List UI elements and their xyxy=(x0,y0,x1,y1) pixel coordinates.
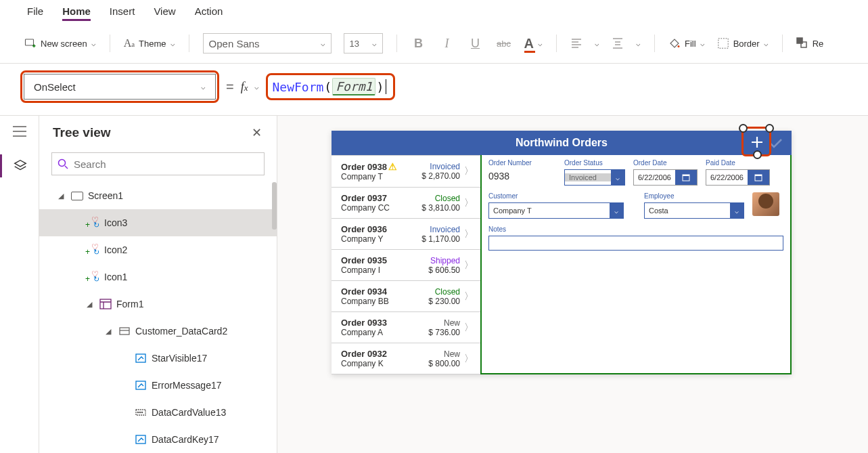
svg-point-5 xyxy=(59,160,66,167)
svg-rect-0 xyxy=(26,39,34,45)
chevron-down-icon: ⌵ xyxy=(170,39,175,48)
bold-button[interactable]: B xyxy=(411,37,427,51)
close-icon[interactable]: ✕ xyxy=(252,125,262,140)
order-row[interactable]: Order 0935Company IShipped$ 606.50〉 xyxy=(332,250,480,281)
chevron-down-icon: ⌵ xyxy=(538,39,543,48)
treeview-rail-button[interactable] xyxy=(0,154,39,177)
status-label: Order Status xyxy=(564,159,625,167)
italic-button[interactable]: I xyxy=(439,37,455,51)
align-icon[interactable] xyxy=(570,37,583,49)
svg-point-11 xyxy=(137,412,138,412)
notes-label: Notes xyxy=(488,225,783,233)
chevron-down-icon: ⌵ xyxy=(321,39,325,48)
scrollbar-thumb[interactable] xyxy=(272,182,277,230)
tree-item-value[interactable]: DataCardValue13 xyxy=(39,399,277,426)
chevron-down-icon: ⌵ xyxy=(595,39,599,48)
check-icon[interactable] xyxy=(769,136,783,154)
tree-item-form1[interactable]: ◢ Form1 xyxy=(39,290,277,318)
order-row[interactable]: Order 0934Company BBClosed$ 230.00〉 xyxy=(332,281,480,312)
menu-insert[interactable]: Insert xyxy=(110,5,135,21)
chevron-down-icon: ⌵ xyxy=(730,203,744,218)
valign-icon[interactable] xyxy=(612,37,624,49)
order-form: Order Number 0938 Order Status Invoiced … xyxy=(480,155,792,374)
theme-icon: Aa xyxy=(124,37,135,49)
datacard-icon xyxy=(118,326,131,337)
order-row[interactable]: Order 0936Company YInvoiced$ 1,170.00〉 xyxy=(332,219,480,250)
control-icon: ♡+↻ xyxy=(87,244,100,255)
fontcolor-button[interactable]: A ⌵ xyxy=(524,36,543,51)
order-row[interactable]: Order 0933Company ANew$ 736.00〉 xyxy=(332,312,480,343)
menu-file[interactable]: File xyxy=(27,5,43,21)
fx-label: fx xyxy=(241,80,248,94)
menu-bar: File Home Insert View Action xyxy=(0,0,868,25)
svg-rect-9 xyxy=(136,381,145,389)
chevron-down-icon[interactable]: ⌵ xyxy=(254,83,259,91)
svg-rect-2 xyxy=(718,39,727,48)
customer-dropdown[interactable]: Company T ⌵ xyxy=(488,202,624,219)
chevron-right-icon: 〉 xyxy=(460,353,474,365)
fontsize-selector[interactable]: 13 ⌵ xyxy=(344,33,383,53)
svg-point-13 xyxy=(141,412,142,412)
left-rail xyxy=(0,116,39,453)
ordernum-value: 0938 xyxy=(488,169,556,181)
tree-item-star[interactable]: StarVisible17 xyxy=(39,345,277,372)
svg-rect-14 xyxy=(136,435,145,444)
status-dropdown[interactable]: Invoiced ⌵ xyxy=(564,169,625,186)
formula-input[interactable]: NewForm( Form1 ) xyxy=(272,78,386,95)
theme-button[interactable]: Aa Theme ⌵ xyxy=(124,37,175,49)
chevron-down-icon: ⌵ xyxy=(700,39,705,48)
form-icon xyxy=(99,299,112,309)
tree: ◢ Screen1 ♡+↻ Icon3 ♡+↻ Icon2 ♡+↻ Icon1 … xyxy=(39,182,277,453)
property-selector[interactable]: OnSelect ⌵ xyxy=(24,74,216,100)
app-preview: Northwind Orders Order 0938⚠Company TInv… xyxy=(332,131,792,374)
calendar-icon xyxy=(748,170,769,185)
order-row[interactable]: Order 0938⚠Company TInvoiced$ 2,870.00〉 xyxy=(332,155,480,188)
orderdate-picker[interactable]: 6/22/2006 xyxy=(633,169,698,186)
menu-home[interactable]: Home xyxy=(62,5,91,21)
edit-icon xyxy=(134,380,147,391)
bucket-icon xyxy=(668,37,681,49)
tree-search[interactable] xyxy=(51,152,265,175)
menu-view[interactable]: View xyxy=(154,5,175,21)
border-button[interactable]: Border ⌵ xyxy=(717,37,769,49)
new-screen-button[interactable]: New screen ⌵ xyxy=(24,37,96,49)
chevron-down-icon: ⌵ xyxy=(372,39,377,48)
ordernum-label: Order Number xyxy=(488,159,556,167)
tree-item-datacard[interactable]: ◢ Customer_DataCard2 xyxy=(39,318,277,345)
paiddate-label: Paid Date xyxy=(706,159,770,167)
employee-dropdown[interactable]: Costa ⌵ xyxy=(644,202,744,219)
order-row[interactable]: Order 0932Company KNew$ 800.00〉 xyxy=(332,343,480,374)
font-selector[interactable]: Open Sans ⌵ xyxy=(203,33,332,53)
svg-rect-3 xyxy=(797,38,802,43)
svg-rect-8 xyxy=(136,354,145,362)
chevron-right-icon: 〉 xyxy=(460,322,474,334)
strike-button[interactable]: abc xyxy=(496,39,512,49)
tree-item-screen[interactable]: ◢ Screen1 xyxy=(39,182,277,209)
notes-input[interactable] xyxy=(488,236,783,251)
add-icon[interactable] xyxy=(750,135,764,152)
tree-item-error[interactable]: ErrorMessage17 xyxy=(39,372,277,399)
tree-search-input[interactable] xyxy=(74,158,258,170)
tree-view-title: Tree view xyxy=(53,125,111,140)
menu-action[interactable]: Action xyxy=(195,5,223,21)
hamburger-icon[interactable] xyxy=(12,125,27,139)
order-gallery[interactable]: Order 0938⚠Company TInvoiced$ 2,870.00〉O… xyxy=(332,155,480,374)
reorder-button[interactable]: Re xyxy=(796,37,824,49)
chevron-right-icon: 〉 xyxy=(460,290,474,303)
chevron-right-icon: 〉 xyxy=(460,165,474,177)
edit-icon xyxy=(134,353,147,364)
tree-item-icon1[interactable]: ♡+↻ Icon1 xyxy=(39,263,277,290)
tree-item-icon3[interactable]: ♡+↻ Icon3 xyxy=(39,209,277,236)
tree-item-key[interactable]: DataCardKey17 xyxy=(39,426,277,453)
fill-button[interactable]: Fill ⌵ xyxy=(668,37,705,49)
tree-item-icon2[interactable]: ♡+↻ Icon2 xyxy=(39,236,277,263)
underline-button[interactable]: U xyxy=(467,37,484,51)
canvas: Northwind Orders Order 0938⚠Company TInv… xyxy=(277,116,868,453)
paiddate-picker[interactable]: 6/22/2006 xyxy=(706,169,770,186)
border-icon xyxy=(717,37,729,49)
svg-point-12 xyxy=(139,412,140,412)
order-row[interactable]: Order 0937Company CCClosed$ 3,810.00〉 xyxy=(332,188,480,219)
svg-rect-16 xyxy=(683,175,689,176)
formula-arg-token: Form1 xyxy=(332,78,375,95)
chevron-down-icon: ⌵ xyxy=(91,39,96,48)
